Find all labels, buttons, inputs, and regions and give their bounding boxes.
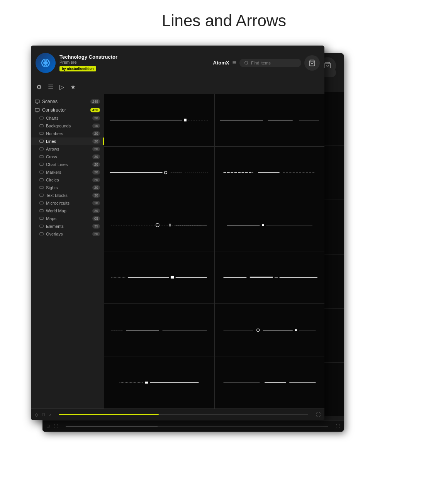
grid-cell-3-2[interactable] [215,199,325,251]
line-animation-5 [110,219,209,231]
lines-label: Lines [46,139,56,144]
footer-expand-icon[interactable]: ⛶ [316,412,321,417]
sights-label: Sights [46,185,58,190]
favorites-icon[interactable]: ★ [70,83,76,91]
svg-rect-25 [40,147,43,150]
svg-rect-30 [40,186,43,188]
app-header: Technology Constructor Premiere by nixst… [31,46,324,80]
app-name-label: AtomX [213,60,229,66]
footer-icon-3[interactable]: ♪ [49,412,51,417]
sidebar-item-arrows[interactable]: Arrows 20 [31,145,104,153]
sidebar-item-charts[interactable]: Charts 20 [31,114,104,122]
sidebar-section-scenes[interactable]: Scenes 249 [31,97,104,106]
constructor-label: Constructor [42,107,66,113]
circles-label: Circles [46,178,59,182]
svg-rect-19 [35,108,39,111]
grid-cell-3-1[interactable] [104,199,214,251]
overlays-badge: 20 [92,232,100,236]
svg-rect-23 [40,132,43,134]
grid-cell-1-1[interactable] [104,94,214,146]
footer-icon-1[interactable]: ◇ [35,412,38,417]
grid-cell-1-2[interactable] [215,94,325,146]
svg-rect-33 [40,209,43,212]
footer-right-icons: ⛶ [316,412,321,417]
svg-rect-32 [40,202,43,204]
sidebar-item-backgrounds[interactable]: Backgrounds 10 [31,122,104,130]
line-animation-7 [110,273,209,282]
sidebar-item-circles[interactable]: Circles 20 [31,176,104,184]
svg-rect-24 [40,140,43,142]
microcircuits-badge: 10 [92,201,100,205]
svg-rect-38 [184,119,187,122]
sidebar-item-markers[interactable]: Markers 20 [31,168,104,176]
chart-lines-icon [39,163,44,167]
svg-rect-34 [40,217,43,219]
sidebar-items-container: Charts 20 Backgrounds 10 Numbers 20 [31,114,104,238]
settings-icon[interactable]: ⚙ [36,83,42,91]
footer-progress-bar [59,414,308,415]
world-map-label: World Map [46,208,66,213]
world-map-icon [39,209,44,213]
line-animation-8 [220,273,319,282]
cross-icon [39,155,44,159]
product-author: by nixstudioedition [59,66,96,71]
sidebar-item-microcircuits[interactable]: Microcircuits 10 [31,199,104,207]
sidebar-item-elements[interactable]: Elements 35 [31,222,104,230]
sidebar-item-maps[interactable]: Maps 05 [31,215,104,222]
active-indicator [103,137,104,145]
sidebar-item-world-map[interactable]: World Map 20 [31,207,104,215]
grid-cell-6-2[interactable] [215,356,325,408]
svg-rect-16 [35,100,39,103]
backgrounds-badge: 10 [92,124,100,128]
sidebar-item-text-blocks[interactable]: Text Blocks 30 [31,192,104,199]
svg-rect-36 [40,232,43,235]
grid-cell-6-1[interactable] [104,356,214,408]
numbers-label: Numbers [46,131,63,136]
svg-rect-74 [145,381,149,383]
grid-cell-4-1[interactable] [104,251,214,303]
cross-badge: 20 [92,154,100,159]
line-animation-9 [110,326,209,334]
sidebar-item-chart-lines[interactable]: Chart Lines 20 [31,161,104,168]
lines-icon [39,139,44,144]
maps-label: Maps [46,216,56,221]
grid-cell-2-2[interactable] [215,147,325,199]
app-wrapper: 🔍 Find items [31,46,417,455]
grid-cell-4-2[interactable] [215,251,325,303]
svg-point-71 [295,329,297,331]
svg-rect-29 [40,178,43,181]
elements-icon [39,224,44,229]
numbers-badge: 20 [92,131,100,136]
menu-icon[interactable]: ≡ [232,59,236,67]
product-name: Technology Constructor [59,54,209,60]
grid-cell-2-1[interactable] [104,147,214,199]
text-blocks-icon [39,193,44,198]
markers-icon [39,170,44,175]
maps-badge: 05 [92,216,100,221]
world-map-badge: 20 [92,208,100,213]
sidebar-item-overlays[interactable]: Overlays 20 [31,230,104,238]
sidebar-item-cross[interactable]: Cross 20 [31,153,104,161]
line-animation-12 [220,379,319,386]
back-footer-icon: ⛶ [54,424,58,429]
numbers-icon [39,132,44,136]
grid-cell-5-2[interactable] [215,304,325,356]
back-footer-icon: ⊞ [46,424,50,429]
sidebar-item-numbers[interactable]: Numbers 20 [31,130,104,137]
search-bar[interactable]: Find items [239,59,301,67]
sidebar-item-sights[interactable]: Sights 20 [31,184,104,192]
text-blocks-badge: 30 [92,193,100,198]
sidebar-item-lines[interactable]: Lines 20 [31,137,104,145]
list-icon[interactable]: ☰ [48,83,53,91]
sidebar-section-constructor[interactable]: Constructor 420 [31,106,104,114]
line-animation-6 [220,221,319,229]
constructor-icon [35,108,40,113]
header-right: AtomX ≡ Find items [213,55,320,71]
footer-icon-2[interactable]: □ [42,412,45,417]
cart-button[interactable] [304,55,320,71]
grid-cell-5-1[interactable] [104,304,214,356]
content-grid [104,94,324,408]
maps-icon [39,217,44,221]
play-icon[interactable]: ▷ [59,83,64,91]
circles-badge: 20 [92,178,100,182]
